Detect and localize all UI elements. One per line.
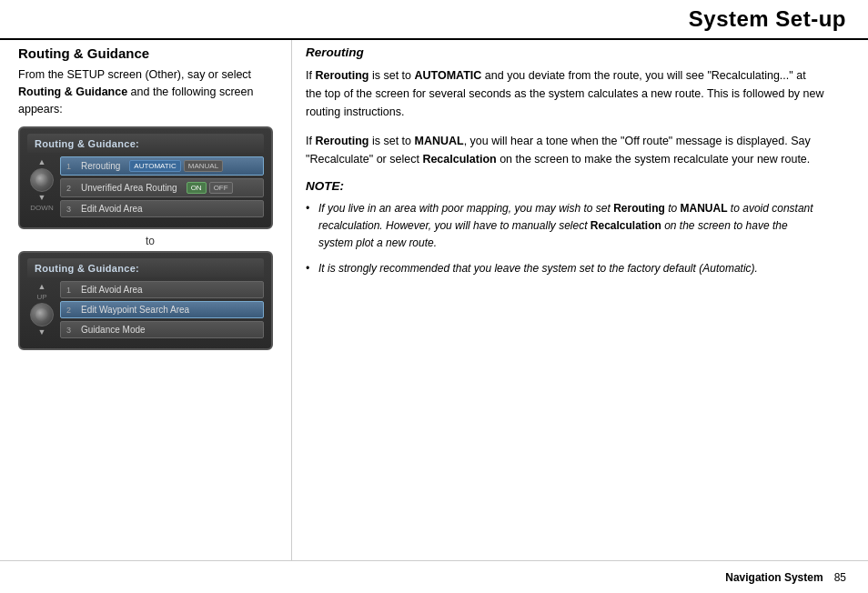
manual-button: MANUAL [184,160,223,172]
note-item-2: It is strongly recommended that you leav… [306,260,824,277]
screen2-body: ▲ UP ▼ 1 Edit Avoid Area 2 Edit Waypoint… [27,281,264,341]
up-arrow-icon-2: ▲ [38,283,46,291]
screen1-item-2: 2 Unverified Area Routing ON OFF [60,178,264,197]
on-button: ON [187,182,207,194]
page-title: System Set-up [689,6,846,32]
screen1-controls: ▲ ▼ DOWN [27,156,56,220]
screen2-item-1: 1 Edit Avoid Area [60,281,264,298]
screen1-header-text: Routing & Guidance: [35,138,139,149]
item-buttons: ON OFF [187,182,233,194]
item-number: 3 [66,326,76,335]
page-header: System Set-up [0,0,868,40]
rerouting-para1: If Rerouting is set to AUTOMATIC and you… [306,66,824,121]
screen1-body: ▲ ▼ DOWN 1 Rerouting AUTOMATIC MANUAL [27,156,264,220]
rerouting-title: Rerouting [306,45,824,59]
item-label: Edit Avoid Area [81,204,143,214]
screen2-items: 1 Edit Avoid Area 2 Edit Waypoint Search… [60,281,264,341]
screen2-controls: ▲ UP ▼ [27,281,56,341]
item-number: 2 [66,184,76,193]
knob-inner-1 [35,174,48,186]
item-number: 1 [66,162,76,171]
item-number: 2 [66,306,76,315]
note-list: If you live in an area with poor mapping… [306,200,824,277]
column-divider [291,40,292,560]
item-number: 3 [66,205,76,214]
item-label: Guidance Mode [81,325,146,335]
item-label: Edit Waypoint Search Area [81,305,189,315]
item-number: 1 [66,286,76,295]
rerouting-para2: If Rerouting is set to MANUAL, you will … [306,132,824,168]
screen1-item-3: 3 Edit Avoid Area [60,200,264,217]
knob-inner-2 [35,308,48,321]
auto-button: AUTOMATIC [129,160,180,172]
down-arrow-icon: ▼ [38,194,46,202]
right-column: Rerouting If Rerouting is set to AUTOMAT… [306,45,843,285]
screen2-header-bar: Routing & Guidance: [27,258,264,277]
page-footer: Navigation System 85 [0,560,868,593]
up-arrow-icon: ▲ [38,158,46,166]
item-label: Edit Avoid Area [81,285,143,295]
off-button: OFF [209,182,233,194]
note-item-1: If you live in an area with poor mapping… [306,200,824,253]
footer-nav-system: Navigation System [725,571,823,584]
item-buttons: AUTOMATIC MANUAL [129,160,223,172]
footer-page-number: 85 [834,571,846,584]
down-label: DOWN [30,204,53,212]
knob-1 [30,168,54,192]
up-label: UP [36,293,46,301]
to-label: to [18,235,282,247]
note-title: NOTE: [306,179,824,193]
screen2-item-2: 2 Edit Waypoint Search Area [60,301,264,318]
screen1-item-1: 1 Rerouting AUTOMATIC MANUAL [60,156,264,176]
item-label: Rerouting [81,161,120,171]
item-label: Unverified Area Routing [81,183,177,193]
screen-mockup-1: Routing & Guidance: ▲ ▼ DOWN 1 Rerouting… [18,126,273,229]
screen1-header-bar: Routing & Guidance: [27,134,264,153]
screen-mockup-2: Routing & Guidance: ▲ UP ▼ 1 Edit Avoid … [18,251,273,350]
section-title: Routing & Guidance [18,45,282,61]
down-arrow-icon-2: ▼ [38,328,46,337]
intro-text: From the SETUP screen (Other), say or se… [18,66,282,117]
screen2-item-3: 3 Guidance Mode [60,321,264,338]
left-column: Routing & Guidance From the SETUP screen… [18,45,282,356]
screen2-header-text: Routing & Guidance: [35,263,139,274]
knob-2 [30,303,54,327]
screen1-items: 1 Rerouting AUTOMATIC MANUAL 2 Unverifie… [60,156,264,220]
